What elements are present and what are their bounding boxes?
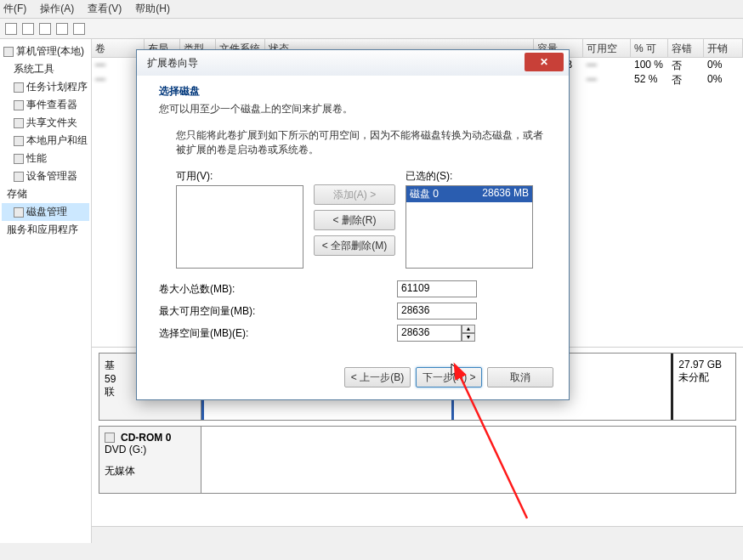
nav-tree: 算机管理(本地) 系统工具 任务计划程序 事件查看器 共享文件夹 本地用户和组 … [0,39,92,543]
tree-item-label: 存储 [7,188,27,200]
select-space-label: 选择空间量(MB)(E): [159,326,397,341]
dialog-heading: 选择磁盘 [159,84,547,99]
tree-item-device-manager[interactable]: 设备管理器 [2,167,89,185]
available-label: 可用(V): [176,169,303,184]
cdrom-title: CD-ROM 0 [121,432,171,444]
remove-button[interactable]: < 删除(R) [314,210,395,230]
toolbar-icon[interactable] [5,23,17,35]
tree-item-event-viewer[interactable]: 事件查看器 [2,96,89,114]
toolbar-icon[interactable] [39,23,51,35]
tree-root-label: 算机管理(本地) [16,45,84,57]
tree-item-label: 任务计划程序 [26,81,88,93]
menu-bar: 件(F) 操作(A) 查看(V) 帮助(H) [0,0,743,19]
menu-view[interactable]: 查看(V) [88,2,122,16]
cell-pct: 100 % [631,58,668,72]
event-viewer-icon [14,100,24,110]
cdrom-label: CD-ROM 0 DVD (G:) 无媒体 [99,427,201,493]
toolbar-icon[interactable] [22,23,34,35]
col-percent[interactable]: % 可用 [631,39,668,57]
users-icon [14,136,24,146]
dialog-note: 您只能将此卷扩展到如下所示的可用空间，因为不能将磁盘转换为动态磁盘，或者被扩展的… [176,128,547,157]
max-space-value: 28636 [397,303,477,320]
computer-icon [3,47,14,57]
disk-icon [14,207,24,218]
close-icon: ✕ [540,56,548,68]
cell-tol: 否 [668,72,704,87]
tree-item-system-tools[interactable]: 系统工具 [2,60,89,78]
remove-all-button[interactable]: < 全部删除(M) [314,235,395,256]
available-listbox[interactable] [176,185,303,269]
tree-item-label: 性能 [26,152,47,164]
total-size-label: 卷大小总数(MB): [159,282,397,297]
menu-action[interactable]: 操作(A) [40,2,74,16]
toolbar-icon[interactable] [73,23,85,35]
cell-tol: 否 [668,58,704,72]
disk-0-unallocated[interactable]: 27.97 GB 未分配 [671,354,735,420]
total-size-value: 61109 [397,280,477,297]
max-space-label: 最大可用空间量(MB): [159,304,397,319]
tree-item-disk-management[interactable]: 磁盘管理 [2,203,89,221]
selected-listbox[interactable]: 磁盘 0 28636 MB [406,185,533,269]
tree-item-label: 共享文件夹 [26,116,77,128]
cdrom-icon [105,433,115,443]
selected-disk-name: 磁盘 0 [410,187,439,201]
tree-item-performance[interactable]: 性能 [2,150,89,167]
dialog-subheading: 您可以用至少一个磁盘上的空间来扩展卷。 [159,102,547,116]
menu-help[interactable]: 帮助(H) [135,2,170,16]
unalloc-label: 未分配 [678,371,730,385]
col-free[interactable]: 可用空间 [583,39,631,57]
toolbar-icon[interactable] [56,23,68,35]
spin-down-button[interactable]: ▼ [462,333,475,342]
next-button[interactable]: 下一步(N) > [416,367,482,387]
tree-item-storage[interactable]: 存储 [2,185,89,203]
cell-ovr: 0% [704,72,743,87]
dialog-title: 扩展卷向导 [147,56,198,71]
tree-root[interactable]: 算机管理(本地) [2,42,89,60]
cdrom-drive: DVD (G:) [105,444,196,455]
dialog-close-button[interactable]: ✕ [525,53,564,71]
col-tolerance[interactable]: 容错 [668,39,704,57]
cdrom-empty-block [201,427,735,493]
selected-disk-item[interactable]: 磁盘 0 28636 MB [406,186,532,202]
select-space-spinner[interactable]: 28636 ▲ ▼ [397,325,475,342]
col-overhead[interactable]: 开销 [704,39,743,57]
tree-item-shared-folders[interactable]: 共享文件夹 [2,114,89,132]
scheduler-icon [14,82,24,93]
cdrom-row: CD-ROM 0 DVD (G:) 无媒体 [99,426,736,494]
tree-item-task-scheduler[interactable]: 任务计划程序 [2,78,89,96]
back-button[interactable]: < 上一步(B) [344,367,411,387]
menu-file[interactable]: 件(F) [3,2,26,16]
tree-item-label: 磁盘管理 [26,206,67,218]
shared-folder-icon [14,118,24,128]
cancel-button[interactable]: 取消 [487,367,553,387]
tree-item-label: 本地用户和组 [26,134,88,146]
add-button[interactable]: 添加(A) > [314,184,395,205]
tree-item-label: 设备管理器 [26,170,77,182]
performance-icon [14,154,24,164]
selected-disk-size: 28636 MB [482,187,529,201]
cell-ovr: 0% [704,58,743,72]
tree-item-label: 事件查看器 [26,99,77,110]
tree-item-services-apps[interactable]: 服务和应用程序 [2,221,89,239]
tree-item-local-users[interactable]: 本地用户和组 [2,132,89,150]
spin-up-button[interactable]: ▲ [462,325,475,333]
unalloc-size: 27.97 GB [678,359,730,371]
tree-item-label: 服务和应用程序 [7,223,78,235]
tree-item-label: 系统工具 [14,63,54,75]
dialog-titlebar: 扩展卷向导 ✕ [137,50,569,76]
device-manager-icon [14,172,24,182]
selected-label: 已选的(S): [406,169,533,184]
toolbar [0,19,743,39]
extend-volume-wizard-dialog: 扩展卷向导 ✕ 选择磁盘 您可以用至少一个磁盘上的空间来扩展卷。 您只能将此卷扩… [136,49,570,400]
status-bar [92,526,743,543]
cdrom-status: 无媒体 [105,464,196,478]
cell-pct: 52 % [631,72,668,87]
select-space-input[interactable]: 28636 [397,325,462,342]
